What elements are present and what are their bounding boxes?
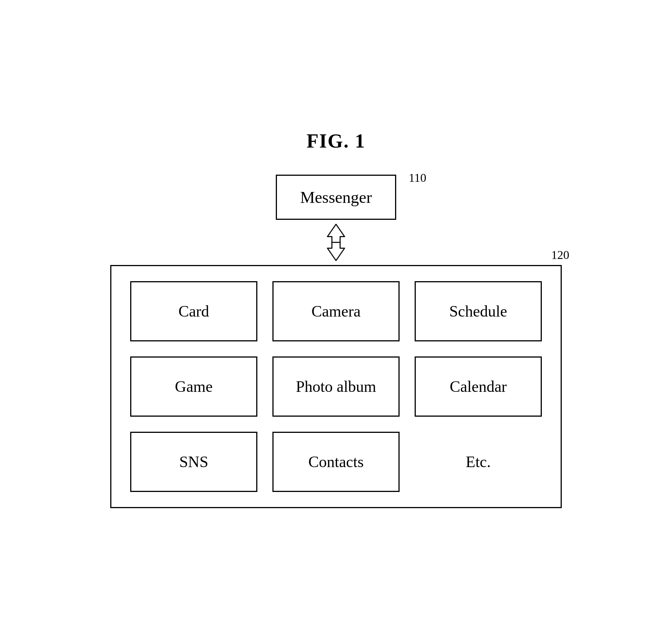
app-etc: Etc. (415, 432, 542, 492)
app-card: Card (130, 281, 257, 341)
app-calendar: Calendar (415, 356, 542, 417)
app-photo-album: Photo album (272, 356, 400, 417)
svg-marker-1 (327, 242, 344, 260)
app-contacts-label: Contacts (309, 453, 364, 471)
messenger-box: Messenger (276, 175, 396, 220)
app-camera: Camera (272, 281, 400, 341)
messenger-label: Messenger (300, 188, 372, 207)
messenger-section: 110 Messenger (276, 175, 396, 220)
figure-title: FIG. 1 (307, 130, 365, 152)
apps-container: Card Camera Schedule Game Photo album Ca… (110, 265, 562, 508)
app-card-label: Card (178, 302, 209, 320)
app-photo-album-label: Photo album (296, 378, 376, 396)
app-camera-label: Camera (312, 302, 361, 320)
app-schedule-label: Schedule (449, 302, 507, 320)
app-schedule: Schedule (415, 281, 542, 341)
apps-section: 120 Card Camera Schedule Game Photo albu… (110, 265, 562, 508)
ref-110-label: 110 (409, 171, 426, 185)
diagram: FIG. 1 110 Messenger 120 Card Camera Sch… (73, 130, 599, 508)
app-game-label: Game (175, 378, 213, 396)
arrow-section (323, 220, 349, 265)
app-contacts: Contacts (272, 432, 400, 492)
app-sns: SNS (130, 432, 257, 492)
double-arrow-icon (323, 224, 349, 261)
app-game: Game (130, 356, 257, 417)
app-calendar-label: Calendar (450, 378, 507, 396)
svg-marker-0 (327, 224, 344, 242)
ref-120-label: 120 (551, 248, 569, 262)
app-sns-label: SNS (179, 453, 208, 471)
app-etc-label: Etc. (466, 453, 491, 471)
